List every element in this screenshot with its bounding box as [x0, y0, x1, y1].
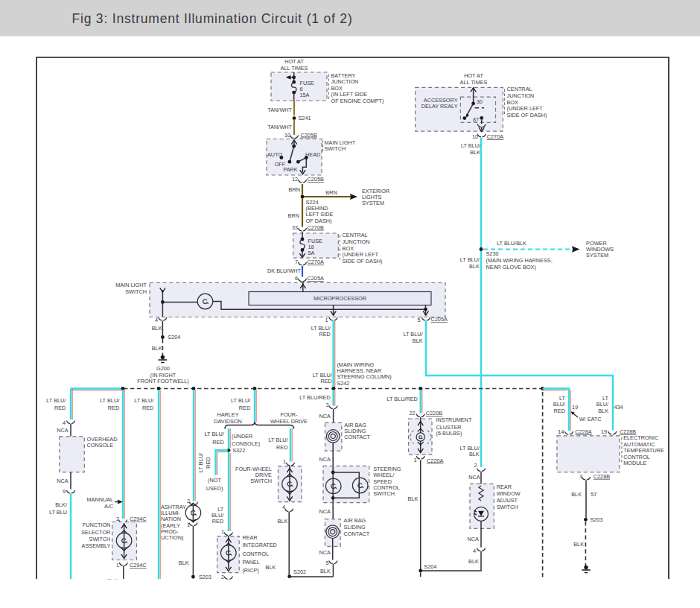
svg-text:SIDE OF DASH): SIDE OF DASH): [343, 258, 383, 265]
svg-text:3: 3: [325, 402, 328, 408]
svg-text:LT BLU/BLK: LT BLU/BLK: [497, 240, 526, 247]
svg-text:LT BLU/: LT BLU/: [46, 397, 66, 404]
svg-text:RED: RED: [276, 444, 287, 451]
svg-text:9: 9: [63, 488, 66, 495]
svg-text:57: 57: [591, 491, 596, 498]
svg-text:S230: S230: [486, 250, 499, 257]
svg-text:(6 BULBS): (6 BULBS): [436, 430, 462, 437]
svg-text:SWITCH: SWITCH: [250, 478, 272, 484]
svg-text:RED: RED: [319, 331, 330, 338]
svg-text:S322: S322: [232, 447, 245, 454]
svg-text:PARK: PARK: [283, 166, 297, 173]
svg-text:USED): USED): [206, 485, 223, 492]
svg-text:PANEL: PANEL: [242, 559, 259, 566]
svg-text:6: 6: [295, 275, 298, 282]
svg-text:RED: RED: [54, 405, 66, 411]
svg-text:BLK: BLK: [469, 451, 480, 457]
svg-text:C205A: C205A: [308, 275, 324, 282]
svg-text:LT BLU: LT BLU: [49, 509, 67, 516]
svg-text:SWITCH: SWITCH: [125, 288, 147, 295]
svg-text:REAR: REAR: [242, 534, 257, 541]
svg-text:4: 4: [473, 548, 476, 554]
svg-text:1: 1: [116, 562, 119, 569]
svg-text:NCA: NCA: [319, 456, 331, 463]
svg-text:19: 19: [601, 428, 607, 435]
svg-text:RED: RED: [212, 439, 223, 446]
svg-text:SYSTEM: SYSTEM: [586, 252, 608, 259]
svg-text:5: 5: [417, 317, 420, 323]
svg-text:BLK: BLK: [320, 568, 331, 574]
svg-text:RED: RED: [212, 518, 223, 525]
svg-text:4: 4: [282, 504, 285, 510]
svg-text:SYSTEM: SYSTEM: [362, 200, 384, 206]
svg-text:NCA: NCA: [319, 549, 331, 556]
svg-text:ELECTRONIC: ELECTRONIC: [623, 434, 658, 441]
svg-text:BLK: BLK: [468, 558, 479, 565]
svg-text:TAN/WHT: TAN/WHT: [267, 124, 292, 130]
svg-text:FUNCTION: FUNCTION: [83, 522, 111, 528]
svg-text:LT BLU/: LT BLU/: [205, 431, 225, 437]
svg-text:MICROPROCESSOR: MICROPROCESSOR: [314, 295, 366, 302]
svg-text:BLK: BLK: [573, 541, 584, 548]
svg-text:2: 2: [474, 462, 477, 469]
svg-text:(UNDER LEFT: (UNDER LEFT: [343, 251, 379, 258]
svg-text:JUNCTION: JUNCTION: [507, 92, 535, 99]
svg-text:FRONT FOOTWELL): FRONT FOOTWELL): [137, 378, 189, 384]
svg-text:BLK: BLK: [469, 263, 480, 270]
svg-text:S241: S241: [299, 115, 311, 121]
svg-text:LT BLU/: LT BLU/: [134, 397, 154, 404]
svg-text:5: 5: [325, 560, 328, 566]
svg-text:AIR BAG: AIR BAG: [344, 517, 366, 524]
svg-text:UCTION): UCTION): [161, 534, 183, 541]
svg-text:C205B: C205B: [301, 132, 317, 139]
svg-text:(RICP): (RICP): [242, 567, 258, 574]
svg-text:3: 3: [579, 473, 582, 480]
svg-text:22: 22: [409, 410, 415, 417]
svg-text:RED: RED: [142, 405, 153, 411]
svg-text:LT BLU/RED: LT BLU/RED: [386, 396, 418, 402]
svg-text:CONTACT: CONTACT: [344, 434, 370, 440]
svg-text:MANNUAL: MANNUAL: [87, 496, 114, 503]
svg-text:LT BLU/: LT BLU/: [460, 256, 480, 263]
svg-text:RED: RED: [239, 405, 250, 411]
svg-text:CONTROL: CONTROL: [242, 551, 269, 557]
svg-text:C220B: C220B: [426, 410, 442, 417]
svg-text:DELAY REALY: DELAY REALY: [421, 103, 458, 110]
svg-text:S203: S203: [590, 516, 602, 523]
svg-text:C205A: C205A: [431, 316, 448, 323]
svg-text:CONTACT: CONTACT: [344, 531, 370, 537]
svg-text:SWITCH: SWITCH: [89, 536, 111, 542]
svg-text:ADJUST: ADJUST: [497, 497, 518, 504]
svg-text:7: 7: [295, 259, 298, 265]
svg-text:BLU/: BLU/: [553, 401, 566, 408]
svg-text:(NOT: (NOT: [208, 477, 221, 484]
svg-text:INTEGRATED: INTEGRATED: [242, 542, 277, 548]
svg-text:TAN/WHT: TAN/WHT: [267, 107, 292, 113]
svg-text:Fig 3: Instrument Illumination: Fig 3: Instrument Illumination Circuit (…: [72, 11, 353, 26]
svg-text:BLK: BLK: [408, 495, 419, 502]
svg-text:C270A: C270A: [308, 259, 324, 265]
svg-text:SIDE OF DASH): SIDE OF DASH): [507, 112, 547, 118]
svg-text:2: 2: [187, 498, 190, 504]
svg-text:NCA: NCA: [319, 508, 331, 515]
svg-text:12: 12: [292, 176, 298, 183]
svg-text:10: 10: [284, 132, 290, 139]
svg-text:WINDOW: WINDOW: [497, 490, 521, 497]
svg-text:BLK/: BLK/: [55, 501, 68, 508]
svg-text:W/ EATC: W/ EATC: [579, 416, 602, 422]
svg-text:4: 4: [155, 317, 158, 323]
svg-text:C270A: C270A: [487, 133, 503, 140]
svg-text:HARLEY: HARLEY: [217, 411, 238, 418]
svg-text:2: 2: [116, 516, 119, 522]
svg-text:33: 33: [292, 224, 298, 231]
svg-text:14: 14: [558, 428, 564, 435]
svg-text:C270B: C270B: [308, 224, 324, 231]
svg-text:RED: RED: [108, 405, 119, 411]
svg-text:BLK: BLK: [470, 149, 480, 156]
svg-text:ALL TIMES: ALL TIMES: [460, 79, 488, 86]
svg-text:19: 19: [572, 404, 578, 411]
svg-text:C228B: C228B: [594, 473, 610, 480]
svg-text:A/C: A/C: [104, 503, 113, 510]
svg-text:TEMPERATURE: TEMPERATURE: [623, 447, 664, 454]
svg-text:LT BLU/: LT BLU/: [231, 397, 251, 404]
